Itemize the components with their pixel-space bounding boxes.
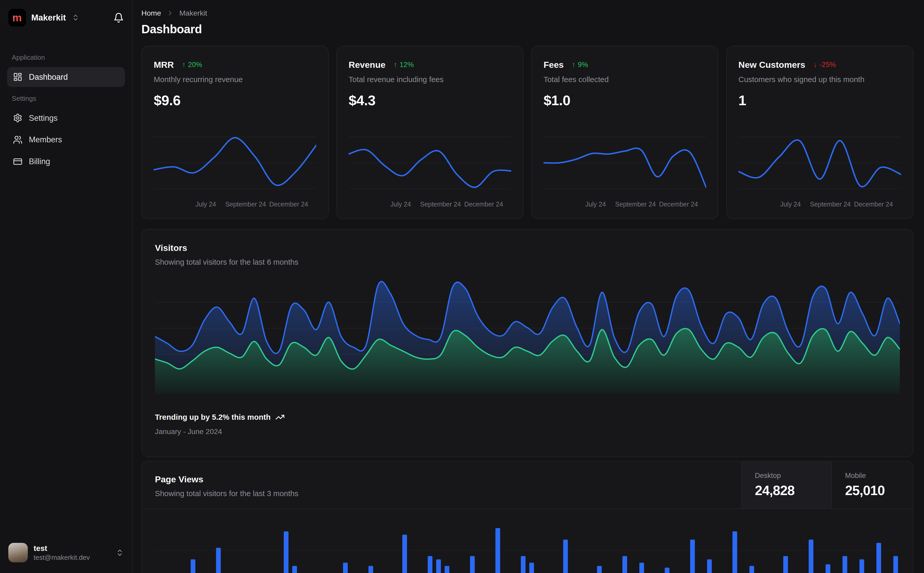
desktop-value: 24,828 (755, 482, 831, 498)
logo-letter: m (13, 13, 22, 23)
trend-value: 12% (400, 61, 414, 69)
stat-card-mrr: MRR ↑20% Monthly recurring revenue $9.6 … (141, 46, 328, 219)
user-name: test (33, 544, 90, 553)
stat-value: $1.0 (543, 92, 706, 108)
dashboard-icon (13, 72, 22, 81)
gear-icon (13, 113, 22, 123)
sidebar-item-label: Settings (29, 114, 58, 123)
trend-badge: ↓-25% (814, 61, 836, 69)
revenue-sparkline-chart (348, 130, 511, 195)
makerkit-logo: m (8, 9, 26, 27)
sidebar-item-label: Members (29, 135, 62, 144)
arrow-up-icon: ↑ (572, 61, 576, 69)
sidebar-item-label: Dashboard (29, 72, 68, 81)
x-tick: July 24 (196, 200, 216, 208)
trend-badge: ↑9% (572, 61, 588, 69)
workspace-name: Makerkit (31, 13, 66, 23)
user-email: test@makerkit.dev (33, 553, 90, 562)
stat-title: Revenue (348, 60, 386, 70)
sidebar-section-application: Application (12, 53, 120, 61)
mobile-value: 25,010 (845, 482, 913, 498)
trend-value: 20% (188, 61, 202, 69)
desktop-label: Desktop (755, 471, 831, 480)
trend-value: -25% (819, 61, 836, 69)
mobile-label: Mobile (845, 471, 913, 480)
x-tick: December 24 (464, 200, 503, 208)
x-axis-labels: July 24 September 24 December 24 (154, 200, 316, 209)
users-icon (13, 135, 22, 144)
breadcrumb-home-link[interactable]: Home (141, 9, 161, 17)
chevrons-up-down-icon (72, 14, 79, 21)
breadcrumb: Home Makerkit (141, 9, 913, 17)
stat-value: $9.6 (154, 92, 316, 108)
user-meta: test test@makerkit.dev (33, 544, 90, 562)
stat-description: Total fees collected (543, 75, 706, 84)
chevrons-up-down-icon (116, 549, 124, 557)
sidebar-section-settings: Settings (12, 94, 120, 103)
stat-title: New Customers (739, 60, 805, 70)
page-views-header: Page Views Showing total visitors for th… (142, 461, 913, 509)
main-content: Home Makerkit Dashboard MRR ↑20% Monthly… (133, 0, 924, 573)
toggle-mobile[interactable]: Mobile 25,010 (831, 461, 913, 509)
page-views-bar-chart (155, 523, 900, 573)
visitors-period: January - June 2024 (155, 427, 900, 436)
chevron-right-icon (166, 9, 174, 17)
visitors-card: Visitors Showing total visitors for the … (141, 229, 913, 457)
fees-sparkline-chart (543, 130, 706, 195)
x-tick: July 24 (780, 200, 801, 208)
x-tick: September 24 (615, 200, 656, 208)
sidebar-item-settings[interactable]: Settings (7, 108, 125, 128)
visitors-trend-text: Trending up by 5.2% this month (155, 413, 271, 421)
new-customers-sparkline-chart (739, 130, 901, 195)
sidebar: m Makerkit Application Dashboard Setting… (0, 0, 133, 573)
page-title: Dashboard (141, 23, 913, 36)
x-tick: December 24 (269, 200, 308, 208)
sidebar-item-label: Billing (29, 157, 50, 166)
trend-value: 9% (578, 61, 588, 69)
sidebar-item-dashboard[interactable]: Dashboard (7, 67, 125, 87)
arrow-down-icon: ↓ (814, 61, 817, 69)
x-tick: December 24 (659, 200, 698, 208)
stat-card-revenue: Revenue ↑12% Total revenue including fee… (336, 46, 524, 219)
user-menu[interactable]: test test@makerkit.dev (7, 540, 125, 565)
app-root: { "sidebar": { "workspace_name": "Makerk… (0, 0, 924, 573)
x-tick: September 24 (225, 200, 266, 208)
visitors-subtitle: Showing total visitors for the last 6 mo… (155, 258, 900, 266)
trend-badge: ↑20% (182, 61, 202, 69)
credit-card-icon (13, 157, 22, 166)
user-avatar (8, 543, 28, 562)
stat-card-fees: Fees ↑9% Total fees collected $1.0 July … (531, 46, 718, 219)
sidebar-item-billing[interactable]: Billing (7, 152, 125, 171)
workspace-switcher[interactable]: m Makerkit (7, 8, 125, 27)
x-axis-labels: July 24 September 24 December 24 (739, 200, 901, 209)
page-views-card: Page Views Showing total visitors for th… (141, 461, 913, 573)
stat-description: Customers who signed up this month (739, 75, 901, 84)
stat-title: Fees (543, 60, 564, 70)
trending-up-icon (275, 412, 285, 422)
stat-description: Monthly recurring revenue (154, 75, 316, 84)
visitors-area-chart (155, 277, 900, 394)
stat-description: Total revenue including fees (348, 75, 511, 84)
stat-cards-row: MRR ↑20% Monthly recurring revenue $9.6 … (141, 46, 913, 219)
x-tick: September 24 (810, 200, 851, 208)
sidebar-item-members[interactable]: Members (7, 130, 125, 150)
visitors-title: Visitors (155, 243, 900, 253)
toggle-desktop[interactable]: Desktop 24,828 (741, 461, 831, 509)
x-axis-labels: July 24 September 24 December 24 (348, 200, 511, 209)
x-axis-labels: July 24 September 24 December 24 (543, 200, 706, 209)
x-tick: December 24 (854, 200, 893, 208)
stat-card-new-customers: New Customers ↓-25% Customers who signed… (726, 46, 913, 219)
page-views-subtitle: Showing total visitors for the last 3 mo… (155, 489, 728, 498)
stat-title: MRR (154, 60, 174, 70)
page-views-title: Page Views (155, 474, 728, 484)
x-tick: July 24 (391, 200, 411, 208)
stat-value: $4.3 (348, 92, 511, 108)
arrow-up-icon: ↑ (394, 61, 397, 69)
x-tick: July 24 (585, 200, 606, 208)
breadcrumb-current: Makerkit (179, 9, 207, 17)
x-tick: September 24 (420, 200, 461, 208)
page-views-toggles: Desktop 24,828 Mobile 25,010 (741, 461, 913, 509)
notifications-bell-icon[interactable] (113, 13, 124, 23)
mrr-sparkline-chart (154, 130, 316, 195)
trend-badge: ↑12% (394, 61, 414, 69)
